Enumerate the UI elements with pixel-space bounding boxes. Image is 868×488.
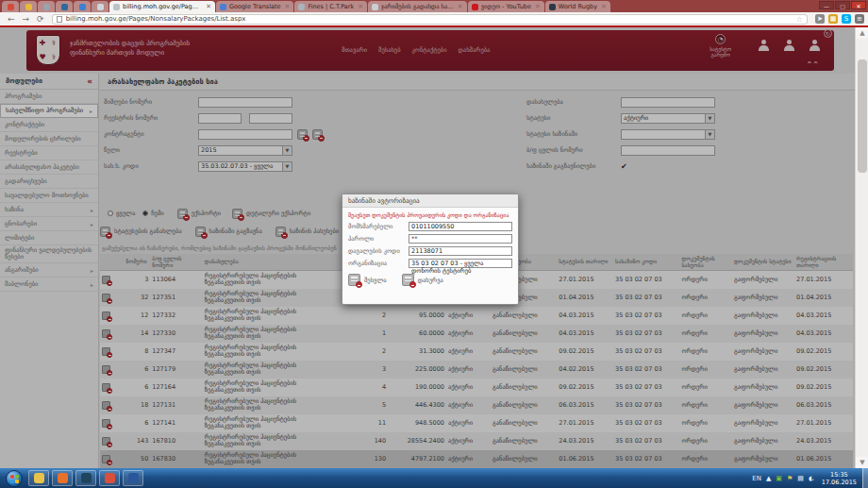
- dialog-field-label: ორგანიზაცია: [348, 260, 409, 267]
- tab-title: ჯარიმების გადახდა სა…: [381, 3, 454, 10]
- url-text[interactable]: billing.moh.gov.ge/Pages/NonsalaryPackag…: [66, 15, 246, 23]
- page-app-icon: [97, 4, 104, 10]
- pinned-tab[interactable]: [38, 1, 55, 12]
- taskbar-clock[interactable]: 15:35 17.06.2015: [822, 471, 857, 486]
- system-tray: EN ▲ ▣ ⚑ ▤ ◖𝅗 15:35 17.06.2015: [747, 468, 868, 488]
- browser-tab[interactable]: ვიდეო - YouTube✕: [468, 1, 544, 12]
- downloads-icon[interactable]: ▦: [828, 14, 838, 24]
- dialog-field-input[interactable]: **: [409, 234, 512, 244]
- maximize-button[interactable]: ▢: [835, 1, 850, 9]
- browser-tab[interactable]: World Rugby✕: [545, 1, 610, 12]
- close-tab-icon[interactable]: ✕: [206, 3, 211, 10]
- scrollbar-thumb[interactable]: [858, 59, 867, 173]
- close-dialog-button[interactable]: დახურვა: [418, 277, 443, 284]
- tab-title: World Rugby: [559, 3, 597, 10]
- login-icon[interactable]: [348, 274, 360, 286]
- close-tab-icon[interactable]: ✕: [285, 3, 291, 10]
- browser-scrollbar[interactable]: ▲ ▼: [855, 27, 868, 468]
- close-tab-icon[interactable]: ✕: [358, 3, 363, 10]
- chrome-icon[interactable]: [99, 470, 120, 486]
- pinned-tab[interactable]: [56, 1, 73, 12]
- browser-tab[interactable]: ჯარიმების გადახდა სა…✕: [368, 1, 467, 12]
- site-top-accent-line: [0, 25, 868, 27]
- browser-tab[interactable]: Fines | C.T.Park✕: [294, 1, 367, 12]
- close-tab-icon[interactable]: ✕: [601, 3, 607, 10]
- browser-toolbar: ← → ⟳ billing.moh.gov.ge/Pages/Nonsalary…: [0, 12, 868, 25]
- pinned-tab[interactable]: [2, 1, 19, 12]
- dialog-field-label: პაროლი: [348, 235, 409, 243]
- star-app-icon: [25, 4, 32, 10]
- media-app-icon[interactable]: [75, 470, 96, 486]
- forward-icon[interactable]: →: [23, 13, 30, 25]
- page-icon: [57, 16, 62, 23]
- translate-icon: [220, 4, 226, 10]
- dialog-field-3: ორგანიზაცია35 03 02 07 03 - ყველა დონორი…: [342, 257, 518, 269]
- linkedin-icon: [61, 4, 68, 10]
- language-indicator[interactable]: EN: [752, 475, 761, 482]
- menu-icon[interactable]: ≡: [855, 14, 864, 24]
- reload-icon[interactable]: ⟳: [37, 13, 44, 25]
- antivirus-icon[interactable]: ▣: [776, 475, 782, 482]
- close-tab-icon[interactable]: ✕: [458, 3, 463, 10]
- firefox-icon[interactable]: [52, 470, 73, 486]
- clock-time: 15:35: [822, 471, 857, 479]
- tab-title: billing.moh.gov.ge/Pages…: [123, 3, 202, 10]
- dialog-field-label: მომხმარებელი: [348, 223, 409, 230]
- scroll-up-icon[interactable]: ▲: [856, 27, 868, 39]
- start-button[interactable]: [6, 470, 23, 487]
- pinned-tabs: [2, 1, 109, 12]
- browser-tab[interactable]: billing.moh.gov.ge/Pages…✕: [109, 1, 215, 12]
- minimize-button[interactable]: —: [819, 1, 834, 9]
- opera-icon: [8, 4, 14, 10]
- treasury-auth-dialog: ხაზინაში ავტორიზაცია შეავსეთ დოკუმენტის …: [342, 194, 519, 305]
- skype-icon[interactable]: S: [842, 14, 851, 24]
- word-icon[interactable]: [123, 470, 143, 486]
- pinned-tab[interactable]: [92, 1, 108, 12]
- scroll-down-icon[interactable]: ▼: [856, 457, 868, 468]
- tab-title: Fines | C.T.Park: [308, 3, 354, 10]
- page-icon: [372, 4, 378, 10]
- dialog-field-2: დავალების კოდი21138071: [342, 244, 518, 257]
- back-icon[interactable]: ←: [8, 13, 15, 25]
- network-icon[interactable]: ▤: [797, 475, 804, 482]
- login-button[interactable]: შესვლა: [364, 277, 387, 284]
- globe-icon: [549, 4, 556, 10]
- browser-tab-strip: billing.moh.gov.ge/Pages…✕Google Transla…: [0, 0, 868, 12]
- explorer-icon[interactable]: [28, 470, 49, 486]
- pinned-tab[interactable]: [74, 1, 91, 12]
- page-icon: [113, 4, 120, 10]
- flag-icon[interactable]: ⚑: [787, 475, 793, 482]
- volume-icon[interactable]: ◖𝅗: [809, 475, 814, 482]
- taskbar-apps: [28, 470, 146, 486]
- page-icon: [298, 4, 305, 10]
- gray-app-icon: [43, 4, 50, 10]
- tabs-container: billing.moh.gov.ge/Pages…✕Google Transla…: [109, 1, 611, 12]
- show-desktop-button[interactable]: [862, 468, 868, 488]
- bookmark-star-icon[interactable]: ☆: [796, 15, 803, 24]
- tab-title: ვიდეო - YouTube: [481, 3, 531, 10]
- close-tab-icon[interactable]: ✕: [535, 3, 541, 10]
- youtube-icon: [472, 4, 478, 10]
- dialog-field-0: მომხმარებელი01011009550: [342, 220, 518, 232]
- windows-taskbar: EN ▲ ▣ ⚑ ▤ ◖𝅗 15:35 17.06.2015: [0, 468, 868, 488]
- extension-icons: ➤▦S≡: [811, 14, 864, 24]
- address-bar[interactable]: billing.moh.gov.ge/Pages/NonsalaryPackag…: [52, 14, 808, 25]
- browser-tab[interactable]: Google Translate✕: [216, 1, 293, 12]
- dialog-field-1: პაროლი**: [342, 232, 518, 244]
- hidden-icons-arrow-icon[interactable]: ▲: [766, 475, 771, 482]
- window-controls: — ▢ ✕: [818, 1, 866, 9]
- dialog-field-input[interactable]: 21138071: [409, 246, 512, 256]
- share-icon[interactable]: ➤: [815, 14, 825, 24]
- close-dialog-icon[interactable]: [402, 274, 414, 286]
- dialog-field-input[interactable]: 35 03 02 07 03 - ყველა დონორის ტესტირებ: [409, 259, 512, 268]
- dialog-title: ხაზინაში ავტორიზაცია: [342, 194, 518, 208]
- triangle-app-icon: [79, 4, 86, 10]
- tab-title: Google Translate: [229, 3, 281, 10]
- clock-date: 17.06.2015: [822, 479, 857, 486]
- dialog-field-input[interactable]: 01011009550: [409, 222, 512, 231]
- dialog-fields: მომხმარებელი01011009550პაროლი**დავალების…: [342, 220, 518, 269]
- pinned-tab[interactable]: [20, 1, 37, 12]
- close-button[interactable]: ✕: [851, 1, 866, 9]
- dialog-field-label: დავალების კოდი: [348, 247, 409, 255]
- dialog-message: შეავსეთ დოკუმენტის პროვაიდერის კოდი და ო…: [342, 208, 518, 220]
